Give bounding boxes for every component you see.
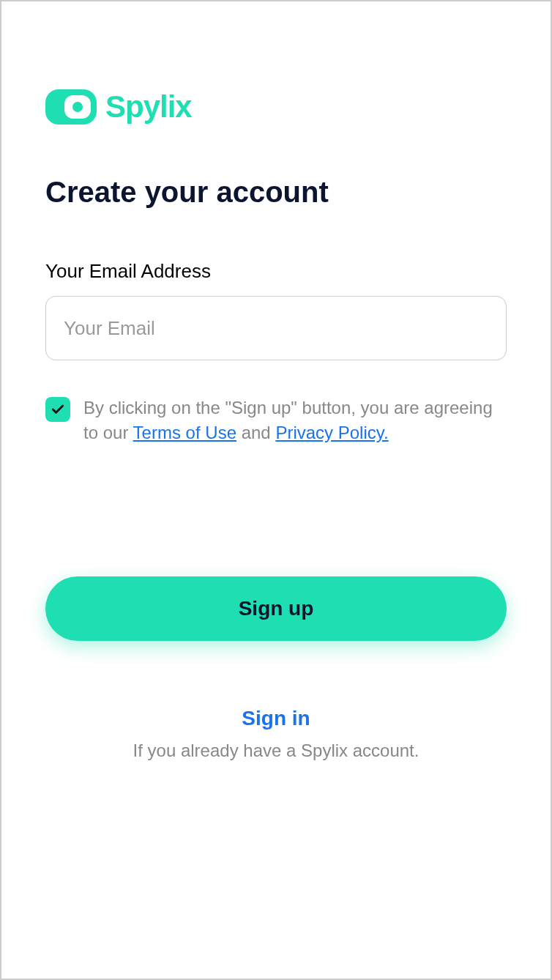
brand-logo: Spylix xyxy=(45,89,507,125)
checkmark-icon xyxy=(51,402,65,417)
logo-icon-pupil xyxy=(72,102,83,112)
consent-text: By clicking on the "Sign up" button, you… xyxy=(83,396,507,445)
logo-icon-eye xyxy=(64,95,91,119)
logo-icon xyxy=(45,89,97,125)
footer: Sign in If you already have a Spylix acc… xyxy=(45,707,507,761)
page-title: Create your account xyxy=(45,176,507,209)
signup-button[interactable]: Sign up xyxy=(45,576,507,641)
consent-checkbox[interactable] xyxy=(45,397,70,422)
email-label: Your Email Address xyxy=(45,260,507,283)
terms-of-use-link[interactable]: Terms of Use xyxy=(133,423,236,442)
signin-link[interactable]: Sign in xyxy=(242,707,310,730)
consent-middle: and xyxy=(242,423,276,442)
brand-name: Spylix xyxy=(105,89,192,125)
footer-already-text: If you already have a Spylix account. xyxy=(45,740,507,761)
consent-row: By clicking on the "Sign up" button, you… xyxy=(45,396,507,445)
privacy-policy-link[interactable]: Privacy Policy. xyxy=(275,423,388,442)
email-field-group: Your Email Address xyxy=(45,260,507,396)
email-input[interactable] xyxy=(45,296,507,360)
